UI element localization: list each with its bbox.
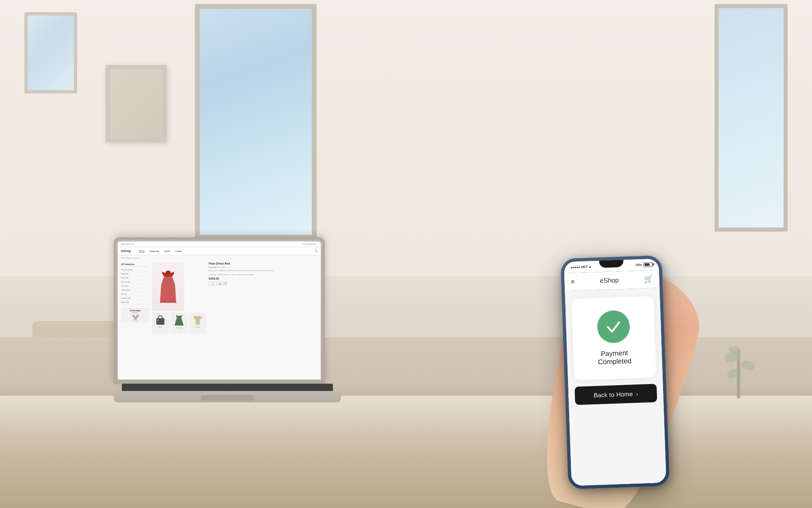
key	[186, 388, 206, 390]
thumb-tshirts-label: T-Shirts	[195, 326, 200, 328]
thumb-dresses-label: Dresses	[177, 327, 182, 329]
cat-dresses[interactable]: Dresses (21)	[121, 280, 149, 284]
cat-winter[interactable]: Winter (14)	[121, 300, 149, 304]
back-to-home-button[interactable]: Back to Home ›	[574, 384, 657, 405]
cart-icon[interactable]: 🛒	[644, 274, 653, 284]
keyboard-row-1	[123, 384, 332, 387]
key	[175, 384, 192, 386]
site-nav: eShop Home Categories Orders Contact 🔍	[118, 247, 321, 255]
phone-device: ●●●●● NET ▲ 75% ≡ eShop 🛒	[560, 255, 670, 489]
site-topbar: Registration Log in Privacy Site Map Mo.…	[118, 241, 321, 247]
key	[263, 384, 280, 386]
key	[123, 384, 140, 386]
key	[298, 384, 315, 386]
battery-icon	[644, 262, 652, 267]
thumb-bags-label: Bags	[159, 326, 162, 328]
wall-picture	[106, 65, 166, 142]
key	[193, 384, 210, 386]
svg-rect-1	[156, 318, 164, 325]
laptop-screen: Registration Log in Privacy Site Map Mo.…	[118, 241, 321, 380]
cat-jeans[interactable]: Jeans (11)	[121, 284, 149, 288]
window-right	[715, 4, 788, 232]
notch	[599, 260, 624, 268]
bag-thumbnail	[155, 314, 166, 326]
table-front	[0, 423, 812, 508]
qty-up-button[interactable]: ▲	[218, 282, 222, 286]
nav-logo: eShop	[121, 249, 131, 253]
chevron-right-icon: ›	[636, 391, 638, 397]
key	[312, 388, 332, 390]
cat-tshirts[interactable]: T-Shirts (14)	[121, 288, 149, 292]
payment-screen: Payment Completed Back to Home ›	[565, 288, 667, 486]
laptop-screen-wrapper: Registration Log in Privacy Site Map Mo.…	[114, 237, 325, 384]
success-card: Payment Completed	[572, 296, 657, 380]
keyboard-row-2	[123, 388, 332, 390]
cat-boots[interactable]: Boots (19)	[121, 276, 149, 280]
payment-completed-text: Payment Completed	[583, 348, 646, 367]
battery-area: 75%	[635, 262, 652, 267]
battery-fill	[644, 263, 650, 266]
key	[228, 384, 245, 386]
nav-orders[interactable]: Orders	[164, 250, 170, 252]
avail-text: 30 in stock	[217, 266, 225, 268]
quantity-input[interactable]: 1	[209, 282, 217, 286]
category-title: All Categories	[121, 262, 149, 267]
product-price: $159.00	[209, 277, 317, 280]
checkmark-svg	[604, 317, 623, 336]
nav-categories[interactable]: Categories	[149, 250, 159, 252]
menu-icon[interactable]: ≡	[571, 278, 575, 285]
nav-contact[interactable]: Contact	[175, 250, 182, 252]
cat-bags[interactable]: Bags (23)	[121, 272, 149, 276]
tshirt-thumbnail	[192, 314, 203, 326]
thumb-dresses[interactable]: Dresses	[171, 313, 188, 334]
success-icon-circle	[597, 310, 631, 344]
thumb-bags[interactable]: Bags	[152, 313, 169, 334]
promo-discount: 50% off	[123, 312, 148, 314]
key	[249, 388, 269, 390]
search-icon[interactable]: 🔍	[315, 250, 317, 252]
product-title: Flow Dress Red	[209, 262, 317, 265]
site-sidebar: All Categories Womenss (140) Bags (23) B…	[121, 262, 149, 377]
site-main: All Categories Womenss (140) Bags (23) B…	[118, 261, 321, 378]
key	[270, 388, 290, 390]
product-info: Flow Dress Red Availability: 30 in stock…	[209, 262, 317, 377]
breadcrumb: Home / Women / Dresses	[118, 255, 321, 261]
phone-container: ●●●●● NET ▲ 75% ≡ eShop 🛒	[560, 255, 670, 489]
thumb-tshirts[interactable]: T-Shirts	[189, 313, 206, 334]
cat-womens[interactable]: Womenss (140)	[121, 268, 149, 272]
quantity-row: 1 ▲ ▼	[209, 282, 317, 286]
dress-thumbnail	[174, 314, 184, 326]
laptop-touchpad	[201, 395, 254, 401]
key	[315, 384, 332, 386]
signal-text: ●●●●● NET ▲	[570, 265, 592, 269]
svg-point-0	[166, 271, 171, 274]
key	[158, 384, 175, 386]
laptop: Registration Log in Privacy Site Map Mo.…	[114, 237, 341, 402]
window-center	[195, 4, 317, 240]
laptop-base-area	[114, 384, 341, 402]
key	[245, 384, 262, 386]
key	[280, 384, 297, 386]
dress-svg	[158, 268, 178, 305]
product-categories: Categories: Dresses, Womens, Tags: dress…	[209, 274, 317, 276]
cat-tops[interactable]: Tops (6)	[121, 292, 149, 296]
svg-rect-2	[157, 320, 159, 321]
window-left	[24, 12, 77, 93]
nav-home[interactable]: Home	[139, 250, 144, 252]
topbar-left: Registration Log in	[121, 243, 134, 245]
qty-down-button[interactable]: ▼	[223, 282, 227, 286]
product-description: Designed for simplicity and made from hi…	[209, 269, 317, 272]
product-content: Bags Dresses	[152, 262, 317, 377]
key	[123, 388, 143, 390]
promo-banner: Grab deals 50% off ✂️	[121, 308, 149, 323]
key	[165, 388, 185, 390]
product-image	[152, 262, 184, 311]
topbar-right: Privacy Site Map Mo...	[301, 243, 317, 245]
product-thumbnails: Bags Dresses	[152, 313, 206, 334]
product-availability: Availability: 30 in stock	[209, 266, 317, 268]
key	[207, 388, 227, 390]
key	[291, 388, 311, 390]
key	[228, 388, 248, 390]
eshop-website: Registration Log in Privacy Site Map Mo.…	[118, 241, 321, 380]
cat-summer[interactable]: Summer (32)	[121, 296, 149, 300]
